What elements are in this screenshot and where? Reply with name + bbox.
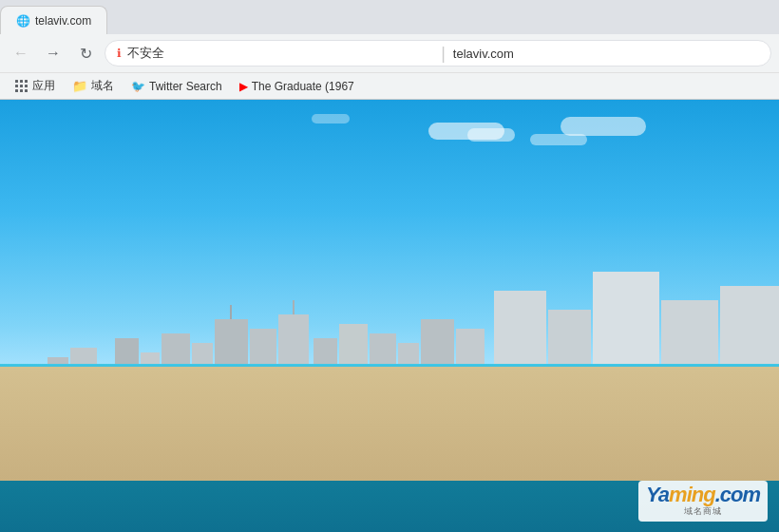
- browser-tab[interactable]: 🌐 telaviv.com: [0, 6, 107, 34]
- security-icon: ℹ: [117, 47, 122, 60]
- browser-chrome: 🌐 telaviv.com ← → ↻ ℹ 不安全 | telaviv.com: [0, 0, 779, 100]
- bookmark-youtube-label: The Graduate (1967: [252, 80, 354, 93]
- tel-aviv-scene: Yaming.com 域名商城: [0, 100, 779, 532]
- bookmark-twitter-label: Twitter Search: [149, 80, 222, 93]
- watermark-com: .com: [715, 483, 760, 506]
- beach: [0, 367, 779, 481]
- watermark: Yaming.com 域名商城: [638, 481, 768, 522]
- reload-icon: ↻: [80, 45, 92, 63]
- apps-grid-icon: [15, 80, 28, 93]
- tab-favicon: 🌐: [16, 14, 29, 28]
- nav-bar: ← → ↻ ℹ 不安全 | telaviv.com: [0, 34, 779, 72]
- separator: |: [441, 44, 446, 64]
- back-icon: ←: [13, 45, 28, 62]
- bookmark-youtube[interactable]: ▶ The Graduate (1967: [232, 78, 362, 95]
- bookmark-apps-label: 应用: [32, 78, 55, 94]
- address-bar[interactable]: ℹ 不安全 | telaviv.com: [104, 40, 771, 66]
- watermark-sub: 域名商城: [684, 505, 722, 518]
- tab-title: telaviv.com: [35, 14, 91, 28]
- bookmark-apps[interactable]: 应用: [8, 76, 63, 96]
- bookmarks-bar: 应用 📁 域名 🐦 Twitter Search ▶ The Graduate …: [0, 72, 779, 99]
- bookmark-domains[interactable]: 📁 域名: [65, 76, 122, 96]
- bookmark-twitter-search[interactable]: 🐦 Twitter Search: [124, 78, 230, 95]
- watermark-ming: ming: [669, 483, 715, 506]
- twitter-icon: 🐦: [131, 80, 145, 93]
- youtube-icon: ▶: [239, 80, 248, 93]
- main-content: Yaming.com 域名商城: [0, 100, 779, 532]
- forward-button[interactable]: →: [40, 40, 66, 66]
- watermark-logo: Yaming.com: [646, 484, 760, 505]
- folder-icon: 📁: [72, 79, 87, 93]
- bookmark-domains-label: 域名: [91, 78, 114, 94]
- reload-button[interactable]: ↻: [72, 40, 99, 66]
- url-display: telaviv.com: [453, 47, 759, 61]
- watermark-ya: Ya: [646, 483, 669, 506]
- forward-icon: →: [46, 45, 61, 62]
- tab-bar: 🌐 telaviv.com: [0, 0, 779, 34]
- security-label: 不安全: [127, 45, 433, 62]
- back-button[interactable]: ←: [8, 40, 34, 66]
